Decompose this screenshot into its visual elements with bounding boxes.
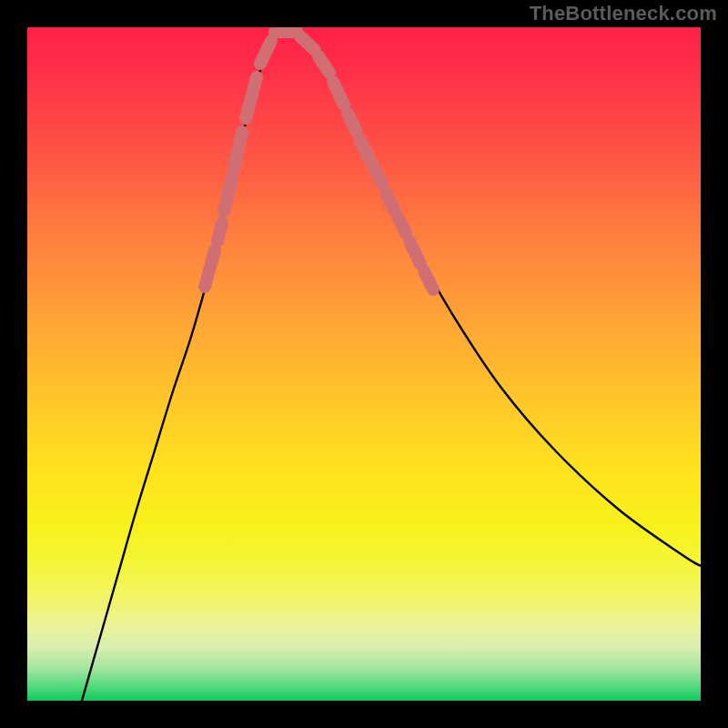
marker-dash xyxy=(224,177,232,211)
marker-dash xyxy=(348,114,357,132)
marker-dash xyxy=(300,36,315,50)
watermark-text: TheBottleneck.com xyxy=(530,2,717,25)
chart-stage: TheBottleneck.com xyxy=(0,0,728,728)
marker-dash xyxy=(217,223,222,241)
bottleneck-curve xyxy=(82,28,701,701)
plot-area xyxy=(27,27,701,701)
marker-dash xyxy=(360,141,369,159)
marker-dash xyxy=(205,250,215,287)
marker-dash xyxy=(234,132,242,168)
marker-dash xyxy=(260,41,271,64)
marker-dash xyxy=(373,166,382,184)
curve-svg xyxy=(27,27,701,701)
marker-dash xyxy=(386,193,395,211)
marker-dash xyxy=(333,82,344,105)
marker-dash xyxy=(410,241,420,264)
marker-dash xyxy=(399,218,406,233)
marker-segments xyxy=(205,32,433,289)
marker-dash xyxy=(318,56,329,73)
marker-dash xyxy=(424,271,433,289)
marker-dash xyxy=(246,77,257,118)
